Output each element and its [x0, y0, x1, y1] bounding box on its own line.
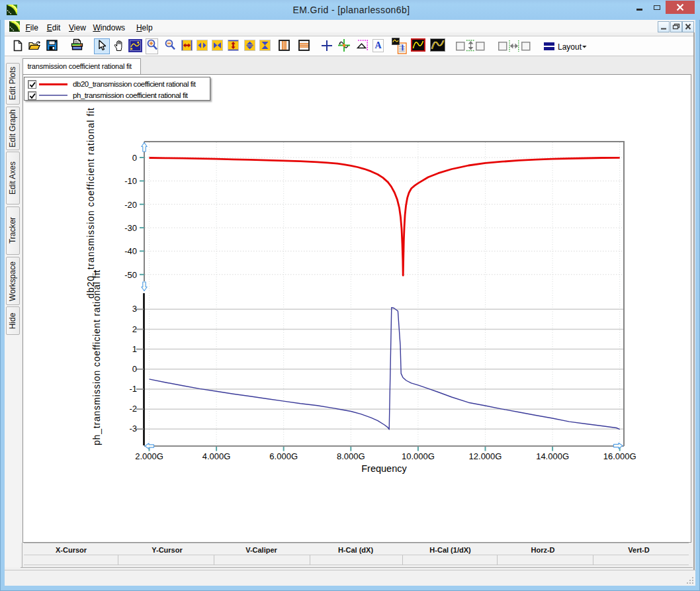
svg-text:-10: -10: [124, 176, 137, 186]
svg-text:-40: -40: [124, 246, 137, 256]
svg-text:-20: -20: [124, 200, 137, 210]
svg-text:3: 3: [132, 304, 137, 314]
svg-text:10.000G: 10.000G: [402, 451, 435, 461]
svg-text:-1: -1: [129, 384, 137, 394]
svg-text:db20_transmission coefficient: db20_transmission coefficient rational f…: [85, 108, 96, 298]
svg-text:Frequency: Frequency: [361, 463, 407, 474]
svg-text:14.000G: 14.000G: [536, 451, 569, 461]
svg-text:8.000G: 8.000G: [337, 451, 365, 461]
svg-text:4.000G: 4.000G: [202, 451, 231, 461]
svg-text:-2: -2: [129, 404, 137, 414]
svg-text:6.000G: 6.000G: [269, 451, 298, 461]
svg-text:16.000G: 16.000G: [603, 451, 636, 461]
svg-text:12.000G: 12.000G: [469, 451, 502, 461]
svg-text:0: 0: [132, 364, 137, 374]
svg-text:2.000G: 2.000G: [135, 451, 163, 461]
svg-text:1: 1: [132, 344, 137, 354]
svg-text:-3: -3: [129, 424, 137, 433]
svg-text:0: 0: [132, 153, 137, 163]
svg-text:2: 2: [132, 324, 137, 334]
svg-text:-50: -50: [124, 270, 137, 280]
svg-text:-30: -30: [124, 223, 137, 233]
svg-text:ph_transmission coefficient ra: ph_transmission coefficient rational fit: [91, 270, 102, 445]
